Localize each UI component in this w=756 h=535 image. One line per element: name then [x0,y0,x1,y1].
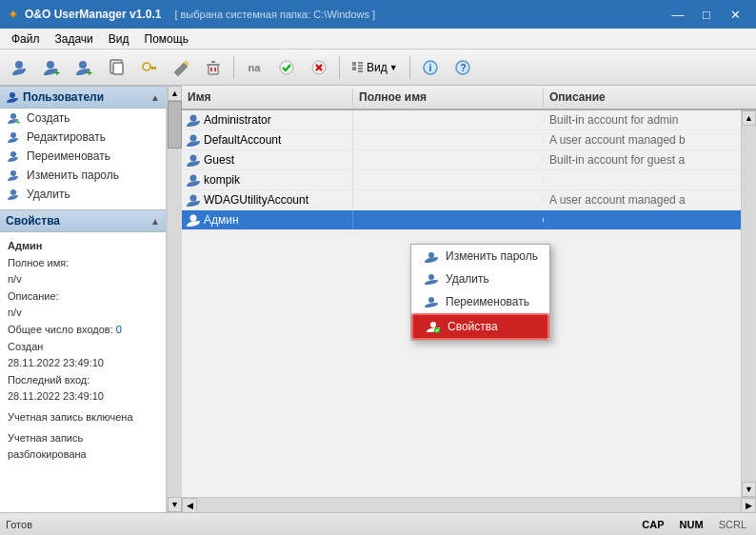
content-scroll-up[interactable]: ▲ [742,110,756,126]
row-fullname [353,138,544,142]
svg-point-45 [428,297,434,303]
svg-text:i: i [428,63,431,73]
ctx-password-icon [423,248,440,264]
tb-user-button[interactable] [4,52,34,83]
sidebar-scroll-thumb[interactable] [168,101,182,149]
action-create[interactable]: + Создать [0,109,166,128]
tb-add-user-button[interactable]: + [36,52,67,83]
tb-help-button[interactable]: ? [448,52,478,83]
menu-tasks[interactable]: Задачи [48,30,101,48]
svg-rect-24 [358,68,363,69]
svg-rect-21 [352,67,356,70]
table-row[interactable]: kompik [182,170,741,190]
props-content: Админ Полное имя: n/v Описание: n/v Обще… [0,232,166,469]
ctx-delete[interactable]: Удалить [411,268,549,290]
props-lastlogin-value: 28.11.2022 23:49:10 [8,388,158,406]
content-scroll-down[interactable]: ▼ [742,482,756,497]
props-enabled: Учетная запись включена [8,409,158,426]
props-created-value: 28.11.2022 23:49:10 [8,355,158,372]
action-rename[interactable]: Переименовать [0,147,166,166]
props-desc-label: Описание: [8,288,158,306]
svg-point-34 [10,151,16,157]
col-header-name: Имя [182,89,353,106]
close-button[interactable]: ✕ [722,3,748,26]
svg-point-40 [190,175,197,182]
users-section-label: Пользователи [23,90,104,104]
svg-text:+: + [87,68,92,77]
table-header: Имя Полное имя Описание [182,86,756,110]
num-indicator: NUM [676,518,707,531]
hscroll-track[interactable] [197,498,741,512]
hscroll-right[interactable]: ▶ [741,498,756,513]
svg-rect-23 [358,65,363,67]
row-fullname [353,118,544,122]
toolbar: + + na Вид ▼ i ? [0,50,756,86]
toolbar-separator-3 [409,56,410,79]
ctx-properties-icon [425,319,442,334]
action-change-password[interactable]: Изменить пароль [0,166,166,185]
sidebar-scroll-track[interactable] [168,101,182,497]
content-area: Имя Полное имя Описание Administrator Bu… [182,86,756,512]
row-desc: A user account managed b [544,131,741,149]
props-unlocked: Учетная запись разблокирована [8,430,158,464]
menu-view[interactable]: Вид [101,30,137,48]
props-fullname-label: Полное имя: [8,255,158,272]
hscroll-left[interactable]: ◀ [182,498,197,513]
context-menu: Изменить пароль Удалить Переименовать Св… [410,244,550,341]
tb-na-button[interactable]: na [239,52,269,83]
svg-point-43 [428,252,434,258]
svg-point-39 [190,155,197,162]
ctx-delete-icon [423,271,440,287]
ctx-change-password[interactable]: Изменить пароль [411,245,549,268]
tb-delete-button[interactable] [198,52,229,83]
row-user-icon [186,192,201,208]
col-header-desc: Описание [544,89,756,106]
row-desc: Built-in account for guest a [544,151,741,168]
table-row[interactable]: Administrator Built-in account for admin [182,110,741,130]
main-area: Пользователи ▲ + Создать Редактировать П… [0,86,756,512]
tb-cross-button[interactable] [304,52,334,83]
svg-point-42 [190,215,197,222]
table-row[interactable]: DefaultAccount A user account managed b [182,130,741,150]
props-fullname-value: n/v [8,271,158,288]
menu-help[interactable]: Помощь [137,30,196,48]
content-scrollbar[interactable]: ▲ ▼ [741,110,756,497]
sidebar-scroll-down[interactable]: ▼ [168,497,182,512]
tb-check-button[interactable] [271,52,302,83]
props-section-header[interactable]: Свойства ▲ [0,209,166,232]
tb-info-button[interactable]: i [415,52,446,83]
props-username: Админ [8,238,158,255]
table-row[interactable]: Guest Built-in account for guest a [182,150,741,170]
tb-copy-button[interactable] [101,52,131,83]
view-dropdown-arrow: ▼ [389,63,398,72]
sidebar-scrollbar[interactable]: ▲ ▼ [167,86,182,512]
svg-rect-11 [209,65,218,74]
tb-edit-button[interactable] [166,52,196,83]
sidebar-scroll-up[interactable]: ▲ [168,86,182,101]
row-user-icon [186,152,201,168]
table-row[interactable]: WDAGUtilityAccount A user account manage… [182,190,741,210]
status-bar: Готов CAP NUM SCRL [0,512,756,535]
row-fullname [353,178,544,182]
svg-point-38 [190,135,197,142]
row-fullname [353,218,544,222]
row-fullname [353,158,544,162]
ctx-properties[interactable]: Свойства [411,313,549,340]
action-edit[interactable]: Редактировать [0,128,166,147]
tb-add-user2-button[interactable]: + [69,52,99,83]
menu-file[interactable]: Файл [4,30,48,48]
horizontal-scrollbar[interactable]: ◀ ▶ [182,497,756,512]
svg-rect-6 [113,63,123,74]
menu-bar: Файл Задачи Вид Помощь [0,29,756,50]
table-row-selected[interactable]: Админ [182,210,741,230]
content-scroll-track[interactable] [742,126,756,482]
tb-view-dropdown[interactable]: Вид ▼ [345,54,405,81]
minimize-button[interactable]: — [665,3,691,26]
svg-text:+: + [54,68,60,77]
tb-key-button[interactable] [133,52,164,83]
users-section-header[interactable]: Пользователи ▲ [0,86,166,109]
maximize-button[interactable]: □ [693,3,720,26]
action-delete[interactable]: Удалить [0,185,166,204]
svg-rect-22 [358,62,363,64]
ctx-rename[interactable]: Переименовать [411,290,549,313]
